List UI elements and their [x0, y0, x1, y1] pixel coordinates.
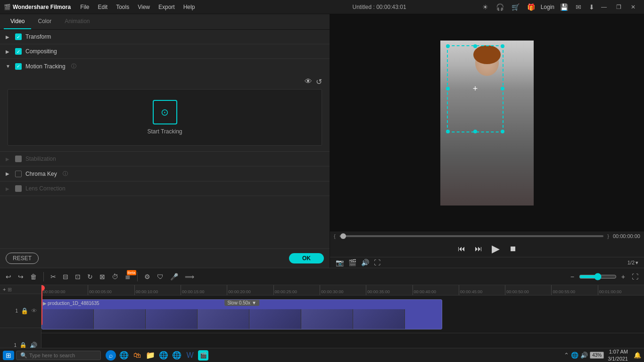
beta-badge: Beta: [127, 270, 136, 275]
compositing-header[interactable]: ▶ ✓ Compositing: [0, 44, 330, 58]
login-button[interactable]: Login: [541, 4, 554, 10]
quality-select[interactable]: 1/2 ▾: [627, 260, 638, 266]
tracking-reset-icon[interactable]: ↺: [316, 77, 322, 86]
download-icon[interactable]: ⬇: [587, 2, 596, 12]
stabilization-header[interactable]: ▶ Stabilization: [0, 152, 330, 166]
undo-button[interactable]: ↩: [4, 272, 13, 281]
menu-export[interactable]: Export: [155, 2, 179, 12]
speed-button[interactable]: ⏱: [110, 272, 120, 281]
gift-icon[interactable]: 🎁: [525, 2, 537, 12]
audio-track-label: 1: [14, 343, 17, 348]
auto-button[interactable]: ⟹: [183, 272, 196, 281]
bracket-right: }: [607, 233, 609, 239]
track-visibility-icon[interactable]: 👁: [31, 307, 37, 314]
zoom-in-button[interactable]: +: [619, 272, 627, 281]
chroma-key-header[interactable]: ▶ Chroma Key ⓘ: [0, 166, 330, 181]
skip-back-button[interactable]: ⏮: [458, 245, 465, 253]
taskbar-filmora-icon[interactable]: 🎬: [198, 350, 208, 361]
ruler-mark-6: 00:00:30:00: [320, 285, 366, 295]
menu-help[interactable]: Help: [180, 2, 199, 12]
rotate-button[interactable]: ↻: [85, 272, 95, 281]
taskbar-search[interactable]: 🔍: [16, 351, 101, 360]
close-button[interactable]: ✕: [626, 2, 640, 12]
crop-button[interactable]: ⊡: [73, 272, 83, 281]
lens-correction-checkbox: [15, 185, 22, 192]
taskbar-edge-icon[interactable]: 🌐: [119, 350, 129, 361]
zoom-out-button[interactable]: −: [569, 272, 576, 281]
transform-checkbox[interactable]: ✓: [15, 33, 22, 40]
section-motion-tracking: ▼ ✓ Motion Tracking ⓘ 👁 ↺: [0, 59, 330, 152]
ruler-marks: 00:00:00:00 00:00:05:00 00:00:10:00 00:0…: [41, 285, 644, 295]
snapshot-icon[interactable]: 📷: [336, 259, 344, 266]
tab-color[interactable]: Color: [31, 14, 58, 29]
transform-header[interactable]: ▶ ✓ Transform: [0, 30, 330, 44]
ai-button[interactable]: ≣Beta: [123, 272, 132, 281]
chroma-key-help[interactable]: ⓘ: [63, 170, 68, 177]
menu-file[interactable]: File: [76, 2, 93, 12]
mic-button[interactable]: 🎤: [168, 272, 180, 281]
add-track-icon[interactable]: +: [3, 287, 6, 292]
play-button[interactable]: ▶: [492, 243, 500, 255]
split-button[interactable]: ⊟: [61, 272, 70, 281]
motion-tracking-header[interactable]: ▼ ✓ Motion Tracking ⓘ: [0, 59, 330, 74]
delete-button[interactable]: 🗑: [28, 272, 39, 281]
panel-bottom: RESET OK: [0, 248, 330, 268]
stabilization-checkbox: [15, 156, 22, 162]
taskbar-store-icon[interactable]: 🛍: [132, 350, 142, 361]
sun-icon[interactable]: ☀: [480, 2, 490, 12]
video-track: Slow 0.50x ▼ ▶ production_1D_4881635: [41, 296, 644, 333]
mirror-button[interactable]: ⊠: [98, 272, 107, 281]
stop-button[interactable]: ⏹: [509, 245, 517, 253]
save-icon[interactable]: 💾: [558, 2, 570, 12]
start-button[interactable]: ⊞: [3, 351, 14, 360]
sound-icon[interactable]: 🔊: [580, 352, 588, 359]
tracking-view-icon[interactable]: 👁: [305, 77, 312, 86]
lens-correction-header[interactable]: ▶ Lens Correction: [0, 181, 330, 196]
headphone-icon[interactable]: 🎧: [494, 2, 506, 12]
menu-edit[interactable]: Edit: [94, 2, 111, 12]
taskbar-files-icon[interactable]: 📁: [145, 350, 156, 361]
network-icon[interactable]: 🌐: [571, 352, 578, 359]
motion-tracking-checkbox[interactable]: ✓: [15, 63, 22, 70]
menu-view[interactable]: View: [134, 2, 154, 12]
redo-button[interactable]: ↪: [16, 272, 25, 281]
speed-badge: Slow 0.50x ▼: [224, 300, 259, 306]
mail-icon[interactable]: ✉: [574, 2, 583, 12]
minimize-button[interactable]: —: [596, 2, 611, 12]
tab-animation: Animation: [58, 14, 96, 29]
cut-button[interactable]: ✂: [49, 272, 58, 281]
expand-button[interactable]: ⛶: [630, 272, 640, 281]
compositing-checkbox[interactable]: ✓: [15, 48, 22, 55]
mask-button[interactable]: 🛡: [155, 272, 165, 281]
search-input[interactable]: [29, 353, 95, 358]
preview-seekbar[interactable]: [339, 235, 604, 237]
menu-tools[interactable]: Tools: [112, 2, 133, 12]
start-tracking-button[interactable]: ⊙ Start Tracking: [147, 100, 182, 135]
cart-icon[interactable]: 🛒: [510, 2, 521, 12]
chevron-icon[interactable]: ⌃: [564, 352, 569, 359]
taskbar-app-icons: ⌕ 🌐 🛍 📁 🌐 🌐 W 🎬: [106, 350, 208, 361]
chroma-key-checkbox[interactable]: [15, 171, 22, 177]
zoom-slider[interactable]: [579, 273, 617, 280]
ruler-mark-3: 00:00:15:00: [181, 285, 227, 295]
camera-icon[interactable]: 🎬: [348, 259, 356, 266]
track-lock-icon[interactable]: 🔒: [21, 307, 28, 314]
fullscreen-icon[interactable]: ⛶: [374, 259, 380, 266]
taskbar-chrome-icon[interactable]: 🌐: [158, 350, 169, 361]
tab-video[interactable]: Video: [4, 14, 31, 29]
motion-tracking-help[interactable]: ⓘ: [71, 63, 76, 70]
taskbar-search-icon[interactable]: ⌕: [106, 350, 116, 361]
ok-button[interactable]: OK: [289, 253, 324, 263]
search-icon: 🔍: [20, 352, 27, 359]
preview-slider-row: { } 00:00:00:00: [330, 231, 644, 241]
audio-icon[interactable]: 🔊: [361, 259, 369, 266]
video-clip[interactable]: Slow 0.50x ▼ ▶ production_1D_4881635: [41, 299, 442, 329]
taskbar-chrome2-icon[interactable]: 🌐: [172, 350, 182, 361]
reset-button[interactable]: RESET: [6, 253, 39, 264]
maximize-button[interactable]: ❐: [611, 2, 626, 12]
notification-icon[interactable]: 🔔: [634, 352, 641, 359]
transform-title: Transform: [25, 33, 51, 40]
taskbar-word-icon[interactable]: W: [185, 350, 195, 361]
frame-back-button[interactable]: ⏭: [475, 245, 482, 253]
effects-button[interactable]: ⚙: [142, 272, 152, 281]
